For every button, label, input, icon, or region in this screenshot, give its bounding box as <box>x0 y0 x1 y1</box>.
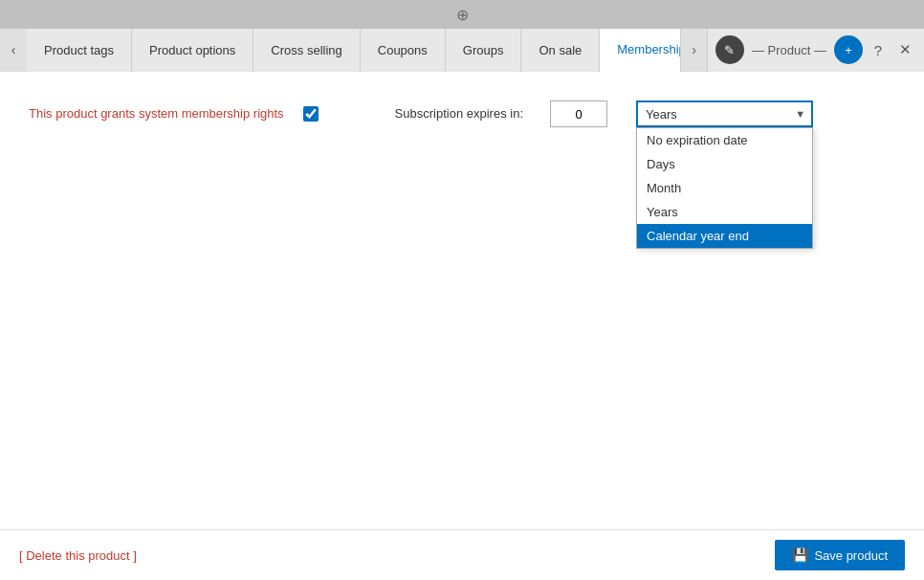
subscription-value-input[interactable] <box>550 100 607 127</box>
expiration-select-container: No expiration date Days Month Years Cale… <box>636 100 813 127</box>
tab-groups[interactable]: Groups <box>446 29 522 72</box>
dropdown-item-month[interactable]: Month <box>637 176 812 200</box>
dropdown-item-days[interactable]: Days <box>637 152 812 176</box>
add-product-button[interactable]: + <box>834 35 863 64</box>
tab-cross-selling[interactable]: Cross selling <box>253 29 360 72</box>
delete-product-link[interactable]: [ Delete this product ] <box>19 548 137 563</box>
footer: [ Delete this product ] 💾 Save product <box>0 529 924 580</box>
tab-on-sale[interactable]: On sale <box>521 29 600 72</box>
save-icon: 💾 <box>792 547 808 563</box>
subscription-expires-label: Subscription expires in: <box>395 100 523 127</box>
expiration-select[interactable]: No expiration date Days Month Years Cale… <box>636 100 813 127</box>
main-content: This product grants system membership ri… <box>0 72 924 146</box>
tab-bar: ‹ Product tags Product options Cross sel… <box>0 29 924 72</box>
product-label: — Product — <box>752 43 826 57</box>
top-drag-bar: ⊕ <box>0 0 924 29</box>
membership-checkbox[interactable] <box>303 106 319 122</box>
tab-product-options[interactable]: Product options <box>132 29 253 72</box>
tab-next-button[interactable]: › <box>680 29 707 72</box>
dropdown-item-calendar-year-end[interactable]: Calendar year end <box>637 224 812 248</box>
membership-row: This product grants system membership ri… <box>29 100 895 127</box>
edit-product-button[interactable]: ✎ <box>715 35 744 64</box>
tab-membership[interactable]: Membership <box>600 29 680 72</box>
membership-rights-label: This product grants system membership ri… <box>29 100 284 127</box>
plus-icon: + <box>845 43 852 57</box>
drag-handle-icon: ⊕ <box>456 6 469 24</box>
save-product-button[interactable]: 💾 Save product <box>775 540 905 570</box>
save-product-label: Save product <box>814 548 888 563</box>
tab-product-tags[interactable]: Product tags <box>27 29 132 72</box>
close-button[interactable]: ✕ <box>893 38 916 61</box>
toolbar-right: ✎ — Product — + ? ✕ <box>707 29 924 72</box>
dropdown-item-years[interactable]: Years <box>637 200 812 224</box>
edit-icon: ✎ <box>724 43 735 57</box>
expiration-dropdown: No expiration date Days Month Years Cale… <box>636 127 813 249</box>
help-button[interactable]: ? <box>867 38 890 61</box>
tab-prev-button[interactable]: ‹ <box>0 29 27 72</box>
dropdown-item-no-expiration[interactable]: No expiration date <box>637 128 812 152</box>
tab-coupons[interactable]: Coupons <box>361 29 446 72</box>
tabs-list: Product tags Product options Cross selli… <box>27 29 680 72</box>
